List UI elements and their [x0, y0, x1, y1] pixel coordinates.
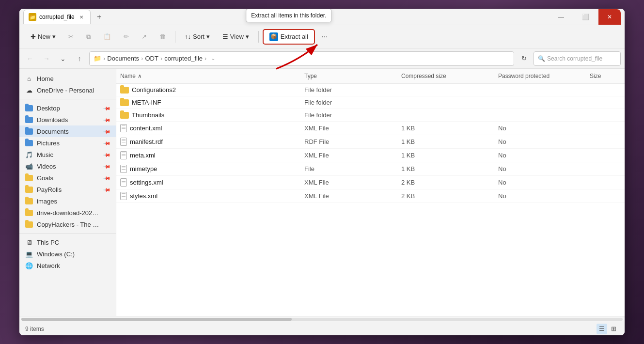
file-type-cell: XML File	[300, 150, 397, 160]
address-path-bar[interactable]: 📁 › Documents › ODT › corrupted_file › ⌄	[89, 51, 514, 66]
sidebar-item-music[interactable]: 🎵 Music 📌	[19, 149, 116, 160]
toolbar-separator-2	[258, 31, 259, 43]
extract-all-button[interactable]: 📦 Extract all	[263, 29, 315, 45]
file-password-cell: No	[494, 123, 586, 133]
sidebar-goals-label: Goals	[37, 174, 53, 182]
sidebar-item-drive[interactable]: drive-download-20230724T	[19, 207, 116, 219]
file-compressed-cell: 2 KB	[397, 191, 494, 201]
file-type-cell: XML File	[300, 177, 397, 188]
sidebar-item-images[interactable]: images	[19, 195, 116, 207]
table-row[interactable]: settings.xml XML File 2 KB No	[116, 176, 625, 189]
maximize-button[interactable]: ⬜	[574, 9, 597, 25]
sidebar-item-onedrive[interactable]: ☁ OneDrive - Personal	[19, 84, 116, 96]
sidebar-item-goals[interactable]: Goals 📌	[19, 172, 116, 184]
sort-button[interactable]: ↑↓ Sort ▾	[179, 30, 215, 43]
address-bar: ← → ⌄ ↑ 📁 › Documents › ODT › corrupted_…	[19, 48, 625, 69]
sidebar-item-pictures[interactable]: Pictures 📌	[19, 137, 116, 149]
file-compressed-cell	[397, 89, 494, 92]
new-tab-button[interactable]: +	[93, 10, 106, 24]
videos-folder-icon: 📹	[25, 162, 33, 170]
grid-view-button[interactable]: ⊞	[608, 324, 619, 334]
search-box[interactable]: 🔍 Search corrupted_file	[534, 51, 621, 66]
file-list: Name ∧ Type Compressed size Password pro…	[116, 69, 625, 316]
sidebar-item-documents[interactable]: Documents 📌	[19, 125, 116, 137]
sidebar-item-windows[interactable]: 💻 Windows (C:)	[19, 248, 116, 260]
sidebar-item-payrolls[interactable]: PayRolls 📌	[19, 184, 116, 195]
sidebar-music-label: Music	[37, 151, 53, 158]
col-header-type[interactable]: Type	[300, 71, 397, 81]
sidebar-item-home[interactable]: ⌂ Home	[19, 73, 116, 84]
file-password-cell	[494, 114, 586, 117]
sidebar-item-network[interactable]: 🌐 Network	[19, 260, 116, 271]
new-button[interactable]: ✚ New ▾	[25, 30, 61, 43]
table-row[interactable]: manifest.rdf RDF File 1 KB No	[116, 135, 625, 149]
sidebar-home-label: Home	[37, 75, 54, 82]
view-label: View	[230, 33, 244, 40]
recent-locations-button[interactable]: ⌄	[56, 52, 70, 65]
breadcrumb-documents[interactable]: Documents	[107, 55, 139, 62]
table-row[interactable]: content.xml XML File 1 KB No	[116, 122, 625, 135]
sidebar-item-downloads[interactable]: Downloads 📌	[19, 114, 116, 125]
horizontal-scrollbar[interactable]	[19, 316, 625, 322]
table-row[interactable]: Configurations2 File folder	[116, 84, 625, 96]
toolbar-separator-1	[175, 31, 175, 43]
sidebar: ⌂ Home ☁ OneDrive - Personal Desktop 📌 D…	[19, 69, 116, 316]
pin-icon-videos: 📌	[103, 162, 111, 170]
table-row[interactable]: styles.xml XML File 2 KB No	[116, 189, 625, 203]
file-type-cell: XML File	[300, 191, 397, 201]
tab-corrupted-file[interactable]: 📁 corrupted_file ✕	[23, 10, 91, 24]
up-button[interactable]: ↑	[73, 52, 86, 65]
refresh-button[interactable]: ↻	[517, 52, 531, 65]
onedrive-icon: ☁	[25, 86, 33, 94]
minimize-button[interactable]: —	[550, 9, 572, 25]
close-button[interactable]: ✕	[598, 9, 621, 25]
extract-all-tooltip: Extract all items in this folder.	[246, 9, 331, 22]
file-name: settings.xml	[130, 179, 163, 186]
hscroll-thumb[interactable]	[21, 318, 292, 321]
file-name: meta.xml	[130, 152, 156, 159]
sort-dropdown-icon: ▾	[206, 33, 210, 40]
file-icon	[120, 178, 127, 187]
table-row[interactable]: mimetype File 1 KB No	[116, 162, 625, 176]
paste-icon: 📋	[103, 33, 111, 40]
file-type-cell: File folder	[300, 97, 397, 108]
table-row[interactable]: meta.xml XML File 1 KB No	[116, 149, 625, 162]
sidebar-divider-2	[19, 233, 116, 234]
table-row[interactable]: Thumbnails File folder	[116, 109, 625, 122]
file-compressed-cell: 2 KB	[397, 177, 494, 188]
breadcrumb-odt[interactable]: ODT	[145, 55, 158, 62]
sidebar-item-videos[interactable]: 📹 Videos 📌	[19, 160, 116, 172]
file-size-cell	[586, 154, 625, 157]
more-options-button[interactable]: ···	[317, 29, 332, 45]
file-type-cell: RDF File	[300, 137, 397, 147]
sidebar-pictures-label: Pictures	[37, 140, 60, 147]
address-dropdown-icon[interactable]: ⌄	[211, 56, 215, 61]
pin-icon-pictures: 📌	[103, 139, 111, 147]
tab-close-button[interactable]: ✕	[78, 13, 85, 21]
file-icon	[120, 124, 127, 132]
list-view-button[interactable]: ☰	[597, 324, 607, 334]
sidebar-item-desktop[interactable]: Desktop 📌	[19, 102, 116, 114]
share-button: ↗	[136, 30, 152, 43]
col-name-label: Name	[120, 73, 136, 79]
pin-icon-goals: 📌	[103, 174, 111, 182]
table-row[interactable]: META-INF File folder	[116, 96, 625, 109]
col-header-name[interactable]: Name ∧	[116, 71, 300, 81]
file-size-cell	[586, 168, 625, 171]
file-compressed-cell: 1 KB	[397, 137, 494, 147]
col-header-size[interactable]: Size	[586, 71, 625, 81]
file-type-cell: File	[300, 164, 397, 174]
forward-button: →	[40, 52, 53, 65]
sidebar-item-copyhackers[interactable]: CopyHackers - The Convers	[19, 219, 116, 230]
downloads-folder-icon	[25, 116, 33, 124]
window-controls: — ⬜ ✕	[550, 9, 621, 25]
breadcrumb-corrupted[interactable]: corrupted_file	[164, 55, 203, 62]
col-header-compressed[interactable]: Compressed size	[397, 71, 494, 81]
sidebar-documents-label: Documents	[37, 128, 69, 135]
sidebar-images-label: images	[37, 198, 57, 205]
view-button[interactable]: ☰ View ▾	[217, 30, 254, 43]
delete-icon: 🗑	[159, 33, 166, 40]
col-header-password[interactable]: Password protected	[494, 71, 586, 81]
home-icon: ⌂	[25, 75, 33, 82]
sidebar-item-thispc[interactable]: 🖥 This PC	[19, 236, 116, 248]
